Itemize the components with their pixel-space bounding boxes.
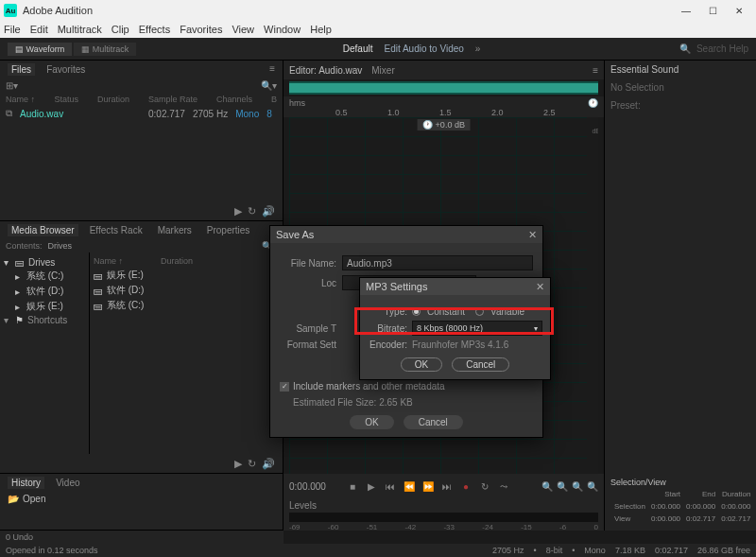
col-sr[interactable]: Sample Rate xyxy=(148,95,198,104)
zoom-icon[interactable]: 🔍 xyxy=(587,481,598,492)
drive-e-label2: 娱乐 (E:) xyxy=(107,269,144,282)
tab-effects-rack[interactable]: Effects Rack xyxy=(86,224,146,236)
file-row[interactable]: ⧉ Audio.wav 0:02.717 2705 Hz Mono 8 xyxy=(0,106,283,121)
mp3-titlebar[interactable]: MP3 Settings ✕ xyxy=(360,278,550,295)
volume-icon[interactable]: 🔊 xyxy=(262,458,275,470)
mp3-cancel-button[interactable]: Cancel xyxy=(452,357,509,372)
rewind-icon[interactable]: ⏪ xyxy=(402,481,417,492)
tab-files[interactable]: Files xyxy=(8,63,35,76)
lv-tick: 0 xyxy=(593,523,597,531)
files-header: Name ↑ Status Duration Sample Rate Chann… xyxy=(0,93,283,106)
sel-dur[interactable]: 0:00.000 xyxy=(719,501,752,512)
saveas-titlebar[interactable]: Save As ✕ xyxy=(270,226,542,243)
skip-sel-icon[interactable]: ⤳ xyxy=(496,481,511,492)
menu-edit[interactable]: Edit xyxy=(30,24,48,35)
sel-start[interactable]: 0:00.000 xyxy=(649,501,682,512)
tab-video[interactable]: Video xyxy=(52,477,83,489)
col-name[interactable]: Name ↑ xyxy=(94,256,123,266)
menu-help[interactable]: Help xyxy=(310,24,332,35)
saveas-cancel-button[interactable]: Cancel xyxy=(404,415,463,429)
volume-icon[interactable]: 🔊 xyxy=(262,205,275,218)
col-r[interactable]: B xyxy=(271,95,277,104)
history-item[interactable]: 📂 Open xyxy=(0,492,283,506)
maximize-button[interactable]: ☐ xyxy=(699,2,726,19)
col-name[interactable]: Name ↑ xyxy=(6,95,35,104)
search-input[interactable]: Search Help xyxy=(696,44,748,54)
list-item[interactable]: 🖴 系统 (C:) xyxy=(94,298,279,313)
col-dur[interactable]: Duration xyxy=(161,256,193,266)
play-icon[interactable]: ▶ xyxy=(234,458,242,470)
tab-markers[interactable]: Markers xyxy=(154,224,196,236)
sel-end[interactable]: 0:00.000 xyxy=(684,501,717,512)
tab-history[interactable]: History xyxy=(8,477,44,489)
mp3-ok-button[interactable]: OK xyxy=(401,357,442,372)
menu-clip[interactable]: Clip xyxy=(112,24,129,35)
forward-icon[interactable]: ⏩ xyxy=(421,481,436,492)
col-dur[interactable]: Duration xyxy=(97,95,129,104)
col-ch[interactable]: Channels xyxy=(216,95,252,104)
timeline-ruler[interactable]: hms 0.5 1.0 1.5 2.0 2.5 🕐 xyxy=(284,96,604,117)
loop-icon[interactable]: ↻ xyxy=(248,205,256,218)
zoom-icon[interactable]: 🔍 xyxy=(572,481,583,492)
variable-radio[interactable] xyxy=(475,307,484,316)
tab-media-browser[interactable]: Media Browser xyxy=(8,224,78,236)
saveas-ok-button[interactable]: OK xyxy=(350,415,393,429)
close-icon[interactable]: ✕ xyxy=(536,281,544,293)
play-icon[interactable]: ▶ xyxy=(234,205,242,218)
tab-mixer[interactable]: Mixer xyxy=(371,65,394,76)
menu-favorites[interactable]: Favorites xyxy=(180,24,222,35)
view-dur[interactable]: 0:02.717 xyxy=(719,513,752,524)
ruler-tick: 2.5 xyxy=(543,108,556,117)
multitrack-tab[interactable]: ▦ Multitrack xyxy=(74,43,136,56)
gain-badge[interactable]: 🕐 +0.0 dB xyxy=(417,119,471,131)
zoom-icon[interactable]: 🔍 xyxy=(541,481,553,492)
tree-shortcuts[interactable]: ▾⚑ Shortcuts xyxy=(4,314,85,326)
col-status[interactable]: Status xyxy=(54,95,78,104)
close-button[interactable]: ✕ xyxy=(726,2,752,19)
time-tool-icon[interactable]: 🕐 xyxy=(588,98,598,108)
files-toolbar-icon[interactable]: ⊞▾ xyxy=(6,80,18,91)
tree-item[interactable]: ▸娱乐 (E:) xyxy=(4,299,85,314)
list-item[interactable]: 🖴 软件 (D:) xyxy=(94,283,279,298)
timeline-overview[interactable] xyxy=(289,81,598,95)
panel-menu-icon[interactable]: ≡ xyxy=(593,65,598,76)
selview-title: Selection/View xyxy=(610,478,750,487)
constant-radio[interactable] xyxy=(412,307,421,316)
skip-fwd-icon[interactable]: ⏭ xyxy=(439,481,455,492)
menu-multitrack[interactable]: Multitrack xyxy=(58,24,102,35)
tree-drives[interactable]: ▾🖴 Drives xyxy=(4,256,85,269)
menu-view[interactable]: View xyxy=(232,24,254,35)
list-item[interactable]: 🖴 娱乐 (E:) xyxy=(94,268,279,283)
lv-tick: -42 xyxy=(405,523,417,531)
view-start[interactable]: 0:00.000 xyxy=(649,513,682,524)
ruler-tick: 2.0 xyxy=(491,108,504,117)
contents-value[interactable]: Drives xyxy=(48,241,256,251)
view-end[interactable]: 0:02.717 xyxy=(684,513,717,524)
menu-window[interactable]: Window xyxy=(264,24,301,35)
workspace-more[interactable]: » xyxy=(475,44,481,54)
loop-icon[interactable]: ↻ xyxy=(248,458,256,470)
loop-icon[interactable]: ↻ xyxy=(477,481,492,492)
play-icon[interactable]: ▶ xyxy=(364,481,379,492)
skip-back-icon[interactable]: ⏮ xyxy=(383,481,398,492)
tree-item[interactable]: ▸系统 (C:) xyxy=(4,269,85,284)
waveform-tab[interactable]: ▤ Waveform xyxy=(8,43,72,56)
zoom-icon[interactable]: 🔍 xyxy=(557,481,568,492)
workspace-edit-audio[interactable]: Edit Audio to Video xyxy=(384,44,463,54)
filename-input[interactable]: Audio.mp3 xyxy=(342,255,533,270)
workspace-default[interactable]: Default xyxy=(343,44,373,54)
record-icon[interactable]: ● xyxy=(458,481,473,492)
tab-favorites[interactable]: Favorites xyxy=(43,63,89,76)
minimize-button[interactable]: — xyxy=(673,2,699,19)
panel-menu-icon[interactable]: ≡ xyxy=(269,63,275,76)
close-icon[interactable]: ✕ xyxy=(528,229,537,241)
include-meta-checkbox[interactable]: ✓ xyxy=(280,382,289,392)
menu-file[interactable]: File xyxy=(4,24,21,35)
tab-editor[interactable]: Editor: Audio.wav xyxy=(289,65,362,76)
bitrate-dropdown[interactable]: 8 Kbps (8000 Hz)▾ xyxy=(412,321,542,336)
tree-item[interactable]: ▸软件 (D:) xyxy=(4,284,85,299)
stop-icon[interactable]: ■ xyxy=(345,481,360,492)
menu-effects[interactable]: Effects xyxy=(139,24,170,35)
tab-properties[interactable]: Properties xyxy=(203,224,254,236)
files-search-icon[interactable]: 🔍▾ xyxy=(261,80,277,91)
